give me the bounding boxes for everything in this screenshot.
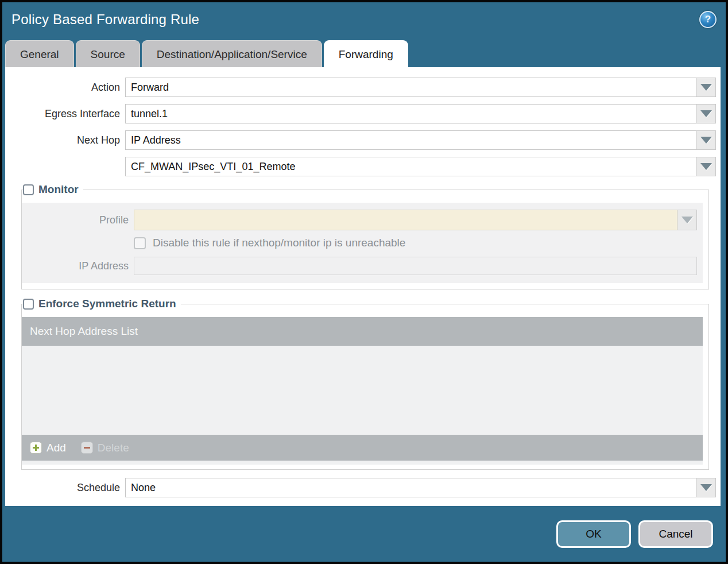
next-hop-address-list-body[interactable] <box>22 346 703 435</box>
egress-interface-dropdown-button[interactable] <box>696 104 716 123</box>
cancel-button[interactable]: Cancel <box>638 520 713 548</box>
next-hop-address-list-table: Next Hop Address List Add Delete <box>22 317 703 461</box>
tab-source[interactable]: Source <box>76 40 140 67</box>
action-row: Action Forward <box>5 78 716 97</box>
add-button[interactable]: Add <box>30 442 66 454</box>
next-hop-address-dropdown-button[interactable] <box>696 157 716 176</box>
chevron-down-icon <box>700 484 712 491</box>
monitor-ip-address-input <box>134 257 697 275</box>
policy-based-forwarding-dialog: Policy Based Forwarding Rule ? General S… <box>0 0 728 564</box>
plus-icon <box>30 442 42 454</box>
profile-dropdown-button <box>677 210 697 230</box>
monitor-label: Monitor <box>38 183 79 196</box>
monitor-ip-address-row: IP Address <box>22 257 703 275</box>
chevron-down-icon <box>681 217 693 223</box>
monitor-checkbox[interactable] <box>23 184 34 195</box>
enforce-symmetric-return-section: Enforce Symmetric Return Next Hop Addres… <box>21 298 709 470</box>
chevron-down-icon <box>700 110 712 117</box>
tab-destination-application-service[interactable]: Destination/Application/Service <box>142 40 322 67</box>
ok-button[interactable]: OK <box>556 520 631 548</box>
next-hop-type-select[interactable]: IP Address <box>125 130 696 150</box>
dialog-footer: OK Cancel <box>2 506 726 562</box>
schedule-dropdown-button[interactable] <box>696 478 716 497</box>
egress-interface-row: Egress Interface tunnel.1 <box>5 104 716 123</box>
action-dropdown-button[interactable] <box>696 78 716 97</box>
enforce-symmetric-return-checkbox[interactable] <box>23 299 34 310</box>
forwarding-tab-panel: Action Forward Egress Interface tunnel.1… <box>5 67 721 506</box>
dialog-title: Policy Based Forwarding Rule <box>11 11 199 28</box>
profile-row: Profile <box>22 210 703 230</box>
chevron-down-icon <box>700 163 712 170</box>
tab-general[interactable]: General <box>5 40 74 67</box>
disable-rule-label: Disable this rule if nexthop/monitor ip … <box>153 237 405 249</box>
monitor-section: Monitor Profile Disable this rule if nex… <box>21 183 709 289</box>
minus-icon <box>81 442 93 454</box>
monitor-ip-address-label: IP Address <box>22 260 129 272</box>
monitor-panel: Profile Disable this rule if nexthop/mon… <box>22 203 703 283</box>
schedule-label: Schedule <box>5 482 120 494</box>
add-button-label: Add <box>47 442 66 454</box>
enforce-symmetric-return-legend: Enforce Symmetric Return <box>23 298 181 310</box>
profile-select <box>134 210 677 230</box>
egress-interface-select[interactable]: tunnel.1 <box>125 104 696 123</box>
monitor-legend: Monitor <box>23 183 83 196</box>
tab-bar: General Source Destination/Application/S… <box>2 37 726 67</box>
next-hop-label: Next Hop <box>5 134 120 146</box>
next-hop-address-list-toolbar: Add Delete <box>22 435 703 461</box>
table-bottom-strip <box>22 461 703 465</box>
next-hop-row: Next Hop IP Address <box>5 130 716 150</box>
schedule-select[interactable]: None <box>125 478 696 497</box>
action-select[interactable]: Forward <box>125 78 696 97</box>
schedule-row: Schedule None <box>5 478 716 497</box>
next-hop-type-dropdown-button[interactable] <box>696 130 716 150</box>
next-hop-address-select[interactable]: CF_MWAN_IPsec_VTI_01_Remote <box>125 157 696 176</box>
delete-button: Delete <box>81 442 129 454</box>
egress-interface-label: Egress Interface <box>5 108 120 120</box>
tab-forwarding[interactable]: Forwarding <box>324 40 408 67</box>
action-label: Action <box>5 82 120 94</box>
profile-label: Profile <box>22 214 129 226</box>
disable-rule-checkbox <box>134 237 146 249</box>
next-hop-address-row: CF_MWAN_IPsec_VTI_01_Remote <box>5 157 716 176</box>
delete-button-label: Delete <box>98 442 129 454</box>
enforce-symmetric-return-label: Enforce Symmetric Return <box>38 298 176 310</box>
disable-rule-row: Disable this rule if nexthop/monitor ip … <box>22 237 703 249</box>
chevron-down-icon <box>700 84 712 91</box>
help-icon[interactable]: ? <box>699 11 717 28</box>
next-hop-address-list-header: Next Hop Address List <box>22 317 703 346</box>
chevron-down-icon <box>700 137 712 144</box>
dialog-titlebar: Policy Based Forwarding Rule ? <box>2 2 726 37</box>
